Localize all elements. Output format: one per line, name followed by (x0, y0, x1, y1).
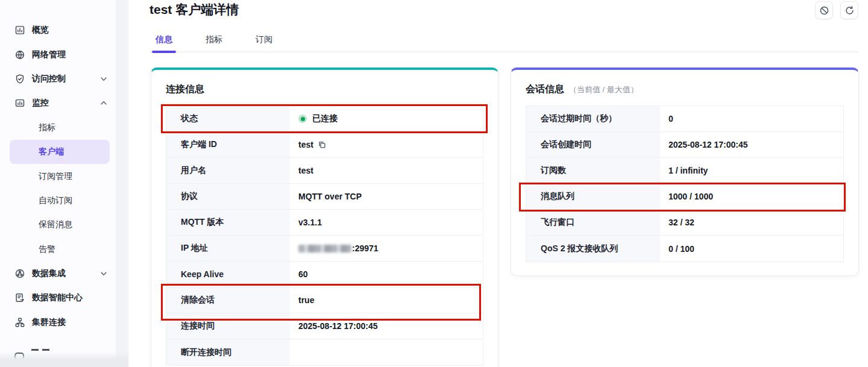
row-value: 2025-08-12 17:00:45 (660, 132, 843, 157)
session-info-table: 会话过期时间（秒） 0 会话创建时间 2025-08-12 17:00:45 订… (526, 105, 844, 262)
sidebar-item-clients[interactable]: 客户端 (10, 140, 110, 164)
redacted-ip-block (298, 245, 351, 253)
sidebar-item-metrics[interactable]: 指标 (0, 116, 116, 140)
table-row-keep-alive: Keep Alive 60 (166, 262, 483, 287)
session-card-subtitle: （当前值 / 最大值） (569, 84, 638, 95)
sidebar-nav: 概览 网络管理 访问控制 监控 (0, 0, 116, 359)
ip-port-text: :29971 (352, 243, 379, 253)
row-value: 0 (660, 106, 843, 131)
table-row-username: 用户名 test (166, 158, 483, 184)
sidebar-item-alarms[interactable]: 告警 (0, 237, 116, 262)
data-intelligence-icon (14, 292, 25, 303)
detail-tabs: 信息 指标 订阅 (156, 34, 272, 45)
row-value: test (290, 132, 483, 157)
ban-icon (819, 5, 829, 16)
connection-info-card: 连接信息 状态 已连接 客户端 ID test 用户 (151, 67, 498, 367)
clipped-label-fragment (31, 349, 49, 351)
row-value: 32 / 32 (660, 210, 843, 235)
session-card-title: 会话信息 (526, 83, 564, 96)
sidebar-item-network[interactable]: 网络管理 (0, 42, 116, 66)
row-value: v3.1.1 (290, 210, 483, 235)
disconnect-button[interactable] (815, 1, 833, 19)
table-row-message-queue: 消息队列 1000 / 1000 (526, 184, 843, 210)
sidebar-item-label: 订阅管理 (39, 171, 72, 182)
sidebar-item-access-control[interactable]: 访问控制 (0, 67, 116, 91)
row-label: 消息队列 (526, 184, 660, 209)
tab-bar-divider (149, 52, 859, 52)
sidebar-item-overview[interactable]: 概览 (0, 18, 116, 42)
sidebar-scrollbar-track[interactable] (116, 0, 127, 367)
connection-card-title: 连接信息 (166, 83, 204, 96)
row-value: 已连接 (290, 106, 483, 131)
sidebar-item-label: 监控 (32, 98, 49, 108)
row-label: 订阅数 (526, 158, 660, 183)
sidebar-item-label: 告警 (39, 244, 55, 255)
row-label: 协议 (166, 184, 290, 209)
sidebar: 概览 网络管理 访问控制 监控 (0, 0, 128, 367)
row-label: 会话过期时间（秒） (526, 106, 660, 131)
row-value: true (290, 287, 483, 313)
client-detail-page: 概览 网络管理 访问控制 监控 (0, 0, 868, 367)
session-info-card: 会话信息 （当前值 / 最大值） 会话过期时间（秒） 0 会话创建时间 2025… (511, 67, 859, 276)
table-row-status: 状态 已连接 (166, 106, 483, 132)
shield-check-icon (14, 74, 25, 84)
row-value: 0 / 100 (660, 236, 843, 262)
table-row-ip-address: IP 地址 :29971 (166, 236, 483, 262)
table-row-client-id: 客户端 ID test (166, 132, 483, 158)
table-row-inflight-window: 飞行窗口 32 / 32 (526, 210, 843, 236)
table-row-qos2-receive-queue: QoS 2 报文接收队列 0 / 100 (526, 236, 843, 262)
network-icon (14, 49, 25, 60)
row-label: IP 地址 (166, 236, 290, 261)
active-tab-underline (152, 51, 176, 53)
tab-info[interactable]: 信息 (156, 34, 172, 45)
table-row-session-expiry: 会话过期时间（秒） 0 (526, 106, 843, 132)
row-label: 飞行窗口 (526, 210, 660, 235)
sidebar-item-label: 数据集成 (32, 268, 66, 279)
sidebar-item-label: 客户端 (39, 146, 64, 157)
row-label: QoS 2 报文接收队列 (526, 236, 660, 262)
row-value: 1000 / 1000 (660, 184, 843, 209)
page-title: test 客户端详情 (149, 1, 239, 18)
copy-icon[interactable] (318, 140, 326, 149)
table-row-subscriptions-count: 订阅数 1 / infinity (526, 158, 843, 184)
connected-status-dot-icon (298, 114, 307, 123)
table-row-disconnected-at: 断开连接时间 (166, 339, 483, 365)
row-value (290, 339, 483, 365)
sidebar-bottom-fade (0, 353, 128, 367)
row-value: :29971 (290, 236, 483, 261)
monitoring-icon (14, 98, 25, 108)
sidebar-item-monitoring[interactable]: 监控 (0, 91, 116, 115)
row-value: 60 (290, 262, 483, 287)
sidebar-item-label: 网络管理 (32, 49, 66, 60)
client-id-text: test (298, 140, 313, 149)
row-value: 2025-08-12 17:00:45 (290, 313, 483, 339)
overview-icon (14, 25, 25, 36)
sidebar-item-data-integration[interactable]: 数据集成 (0, 262, 116, 286)
sidebar-item-data-intelligence-hub[interactable]: 数据智能中心 (0, 286, 116, 310)
row-label: 断开连接时间 (166, 339, 290, 365)
table-row-mqtt-version: MQTT 版本 v3.1.1 (166, 210, 483, 236)
sidebar-item-subscription-management[interactable]: 订阅管理 (0, 164, 116, 188)
table-row-protocol: 协议 MQTT over TCP (166, 184, 483, 210)
refresh-button[interactable] (840, 1, 858, 19)
sidebar-item-label: 集群连接 (32, 317, 66, 328)
sidebar-item-label: 自动订阅 (39, 195, 72, 206)
sidebar-item-retained-messages[interactable]: 保留消息 (0, 213, 116, 237)
table-row-clean-session: 清除会话 true (166, 287, 483, 313)
chevron-down-icon (100, 270, 107, 277)
chevron-down-icon (100, 75, 107, 83)
table-row-session-created-at: 会话创建时间 2025-08-12 17:00:45 (526, 132, 843, 158)
row-value: MQTT over TCP (290, 184, 483, 209)
row-value: test (290, 158, 483, 183)
sidebar-item-label: 数据智能中心 (32, 292, 83, 303)
sidebar-item-cluster-linking[interactable]: 集群连接 (0, 310, 116, 334)
row-label: 会话创建时间 (526, 132, 660, 157)
sidebar-item-auto-subscribe[interactable]: 自动订阅 (0, 189, 116, 213)
row-label: 连接时间 (166, 313, 290, 339)
row-value: 1 / infinity (660, 158, 843, 183)
sidebar-item-label: 访问控制 (32, 74, 66, 84)
status-text: 已连接 (312, 113, 338, 124)
sidebar-item-label: 指标 (39, 122, 55, 133)
tab-subscriptions[interactable]: 订阅 (256, 34, 272, 45)
tab-metrics[interactable]: 指标 (206, 34, 222, 45)
